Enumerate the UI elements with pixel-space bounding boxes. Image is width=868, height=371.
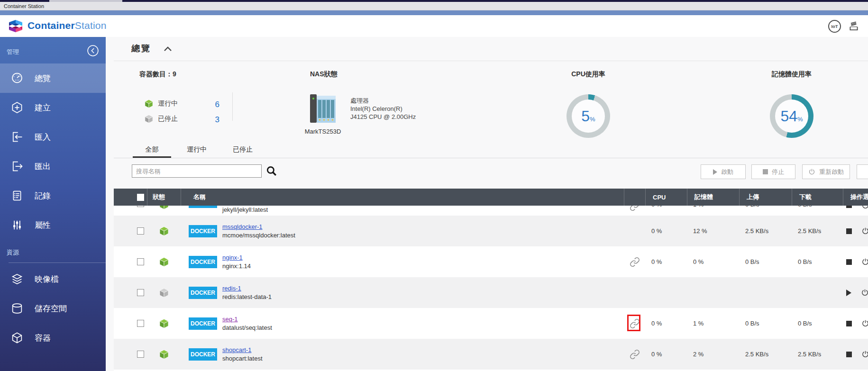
row-checkbox[interactable]: [137, 351, 144, 358]
container-name-link[interactable]: seq-1: [222, 316, 272, 323]
cpu-usage-gauge: CPU使用率 5%: [555, 70, 621, 138]
container-image: jekyll/jekyll:latest: [222, 206, 268, 213]
stopped-cube-icon: [145, 114, 153, 124]
memory-usage-donut: 54%: [770, 94, 813, 138]
container-name-link[interactable]: redis-1: [222, 285, 272, 292]
tab-stopped[interactable]: 已停止: [222, 142, 263, 158]
header-cpu: CPU: [645, 189, 687, 206]
upload-value: 2.5 KB/s: [745, 227, 768, 235]
table-row[interactable]: DOCKER nginx-1 nginx:1.14 0 % 0 % 0 B/s …: [114, 246, 868, 277]
brand-light: Station: [75, 20, 107, 31]
stop-action-icon[interactable]: [846, 321, 852, 326]
sidebar-item-label: 屬性: [35, 220, 51, 231]
stopped-stat: 已停止: [145, 114, 178, 124]
stop-action-icon[interactable]: [846, 206, 852, 208]
docker-badge: DOCKER: [189, 256, 217, 268]
sidebar-item-label: 匯入: [35, 132, 51, 143]
storage-icon: [10, 302, 24, 315]
memory-usage-value: 54: [780, 108, 797, 125]
table-row[interactable]: DOCKER mssqldocker-1 mcmoe/mssqldocker:l…: [114, 216, 868, 246]
container-count-label: 容器數目：9: [139, 70, 176, 79]
stop-action-icon[interactable]: [846, 259, 852, 265]
search-icon[interactable]: [266, 165, 278, 179]
cpu-value: 0 %: [651, 227, 662, 235]
cpu-value: 0 %: [651, 351, 662, 358]
sidebar-item-overview[interactable]: 總覽: [0, 63, 106, 93]
export-icon: [10, 160, 24, 173]
table-row[interactable]: DOCKER shopcart-1 shopcart:latest 0 % 2 …: [114, 339, 868, 370]
restart-action-icon[interactable]: [861, 258, 868, 266]
sidebar-item-storage[interactable]: 儲存空間: [0, 294, 106, 323]
start-button[interactable]: 啟動: [701, 164, 746, 179]
running-cube-icon: [145, 99, 153, 109]
iot-icon[interactable]: IoT: [828, 20, 841, 33]
row-checkbox[interactable]: [137, 320, 144, 327]
container-image: redis:latest-data-1: [222, 293, 272, 300]
cpu-value: 0 %: [651, 258, 662, 265]
sidebar-item-label: 匯出: [35, 161, 51, 172]
header-download: 下載: [792, 189, 843, 206]
sidebar-section-management: 管理: [7, 48, 19, 56]
row-checkbox[interactable]: [137, 206, 144, 207]
sidebar-item-label: 儲存空間: [35, 303, 67, 314]
sidebar-item-create[interactable]: 建立: [0, 93, 106, 122]
restart-action-icon[interactable]: [861, 206, 868, 209]
restart-action-icon[interactable]: [861, 289, 868, 297]
sidebar-item-containers[interactable]: 容器: [0, 323, 106, 353]
stopped-count: 3: [203, 115, 219, 125]
nas-device-image: [310, 93, 336, 126]
memory-usage-label: 記憶體使用率: [758, 70, 825, 79]
table-row[interactable]: DOCKER redis-1 redis:latest-data-1: [114, 277, 868, 308]
log-icon: [10, 189, 24, 202]
link-icon[interactable]: [630, 206, 640, 211]
sidebar-section-resources: 資源: [7, 248, 19, 257]
page-title: 總覽: [131, 43, 151, 54]
sidebar-item-images[interactable]: 映像檔: [0, 264, 106, 294]
stop-action-icon[interactable]: [846, 352, 852, 357]
docker-badge: [189, 206, 217, 208]
sidebar-item-import[interactable]: 匯入: [0, 122, 106, 152]
link-icon[interactable]: [630, 257, 640, 267]
tab-running[interactable]: 運行中: [171, 142, 222, 158]
container-table: 狀態 名稱 CPU 記憶體 上傳 下載 操作選項: [114, 189, 868, 371]
filter-tabs: 全部 運行中 已停止: [133, 142, 263, 158]
resource-stack-icon[interactable]: [848, 20, 860, 34]
accent-bar: [0, 10, 868, 15]
container-icon: [10, 331, 24, 344]
import-icon: [10, 130, 24, 144]
restart-action-icon[interactable]: [861, 350, 868, 358]
row-checkbox[interactable]: [137, 258, 144, 265]
app-brand: ContainerStation: [27, 20, 107, 31]
sidebar-item-export[interactable]: 匯出: [0, 152, 106, 181]
row-checkbox[interactable]: [137, 289, 144, 296]
restart-button[interactable]: 重新啟動: [802, 164, 850, 179]
row-checkbox[interactable]: [137, 227, 144, 235]
header-link: [624, 189, 645, 206]
search-input[interactable]: [132, 164, 262, 178]
container-name-link[interactable]: nginx-1: [222, 254, 251, 261]
cpu-usage-value: 5: [581, 108, 590, 125]
download-value: 2.5 KB/s: [798, 351, 821, 358]
sidebar-item-label: 建立: [35, 102, 51, 113]
sidebar-collapse-icon[interactable]: [87, 45, 99, 58]
restart-action-icon[interactable]: [861, 227, 868, 235]
upload-value: 2.5 KB/s: [745, 351, 768, 358]
restart-action-icon[interactable]: [861, 319, 868, 327]
table-row[interactable]: jekyll/jekyll:latest 0 % 1 % 0 B/s 0 B/s: [114, 206, 868, 216]
select-all-checkbox[interactable]: [137, 194, 144, 201]
start-action-icon[interactable]: [846, 290, 851, 296]
header-status: 狀態: [147, 189, 181, 206]
tab-all[interactable]: 全部: [133, 142, 171, 158]
stop-button[interactable]: 停止: [751, 164, 795, 179]
running-cube-icon: [159, 349, 169, 360]
sidebar: 管理 總覽 建立: [0, 37, 106, 371]
stop-action-icon[interactable]: [846, 228, 852, 234]
table-row[interactable]: DOCKER seq-1 datalust/seq:latest 0 % 1 %…: [114, 308, 868, 339]
chevron-up-icon[interactable]: [164, 45, 172, 54]
link-icon[interactable]: [630, 349, 640, 360]
container-name-link[interactable]: shopcart-1: [222, 346, 263, 353]
clipped-button[interactable]: [857, 164, 868, 179]
sidebar-item-logs[interactable]: 記錄: [0, 181, 106, 210]
sidebar-item-preferences[interactable]: 屬性: [0, 210, 106, 240]
container-name-link[interactable]: mssqldocker-1: [222, 223, 295, 230]
